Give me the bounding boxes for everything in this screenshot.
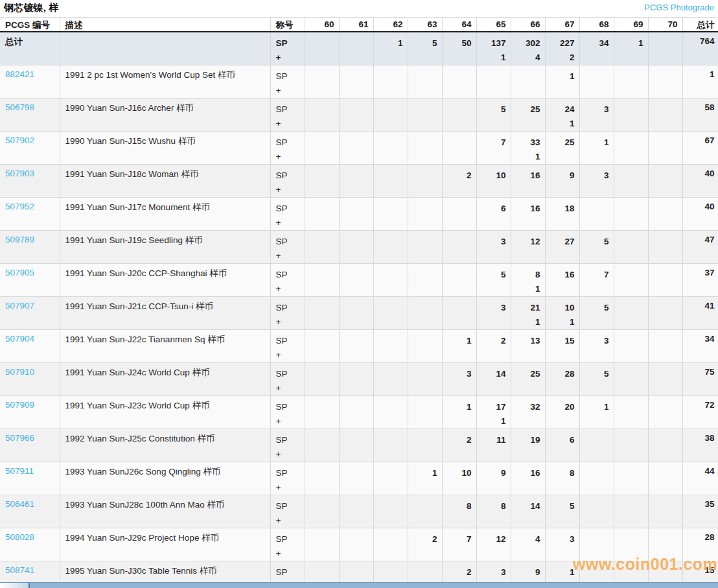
designation-cell: SP+ (270, 132, 305, 165)
grade-66-cell: 81 (511, 264, 545, 297)
grade-68-cell (579, 429, 614, 462)
grade-60-cell (305, 528, 339, 561)
grade-65-cell: 7 (476, 132, 511, 165)
grade-66-cell: 4 (511, 528, 545, 561)
pcgs-number-link[interactable]: 507909 (5, 400, 34, 410)
grade-67-cell: 20 (545, 396, 579, 429)
grade-64-cell: 10 (442, 462, 476, 495)
row-total: 1 (682, 65, 718, 99)
totals-label: 总计 (0, 32, 60, 65)
grade-67-cell: 6 (545, 429, 579, 462)
grade-66-cell: 211 (511, 297, 545, 330)
grade-64-cell: 1 (442, 330, 476, 363)
pcgs-number-link[interactable]: 507903 (5, 169, 34, 178)
grade-69-cell (614, 198, 648, 231)
grade-68-cell: 1 (579, 132, 614, 165)
grade-69-cell (614, 528, 648, 561)
grade-65-cell: 3 (476, 231, 511, 264)
row-total: 34 (682, 330, 718, 363)
grade-69-cell (614, 363, 648, 396)
grade-62-cell (373, 396, 408, 429)
col-header-grade-65: 65 (476, 18, 511, 32)
grade-64-cell (442, 65, 476, 99)
row-total: 44 (682, 462, 718, 495)
grade-61-cell (339, 330, 373, 363)
pcgs-number-link[interactable]: 507907 (5, 301, 34, 311)
row-total: 75 (682, 363, 718, 396)
totals-description-cell (60, 32, 270, 65)
designation-cell: SP+ (270, 462, 305, 495)
totals-grade-70 (648, 32, 682, 65)
grade-70-cell (648, 363, 682, 396)
scrollbar-thumb[interactable] (0, 583, 30, 588)
table-row: 8824211991 2 pc 1st Women's World Cup Se… (0, 65, 718, 99)
grade-60-cell (305, 264, 339, 297)
grade-67-cell: 15 (545, 330, 579, 363)
grade-68-cell (579, 495, 614, 528)
grade-68-cell: 5 (579, 231, 614, 264)
grade-68-cell (579, 198, 614, 231)
grade-66-cell: 16 (511, 462, 545, 495)
pcgs-number-cell: 507907 (0, 297, 60, 330)
grade-67-cell: 101 (545, 297, 579, 330)
row-total: 38 (682, 429, 718, 462)
photograde-link[interactable]: PCGS Photograde (644, 3, 714, 12)
grade-70-cell (648, 330, 682, 363)
designation-cell: SP+ (270, 99, 305, 132)
grade-65-cell: 12 (476, 528, 511, 561)
designation-cell: SP+ (270, 330, 305, 363)
table-row: 5079101991 Yuan Sun-J24c World Cup 样币SP+… (0, 363, 718, 396)
grade-64-cell (442, 231, 476, 264)
grade-66-cell: 25 (511, 363, 545, 396)
grade-67-cell: 5 (545, 495, 579, 528)
pcgs-number-cell: 507966 (0, 429, 60, 462)
grade-63-cell: 1 (408, 462, 442, 495)
row-total: 67 (682, 132, 718, 165)
pcgs-number-link[interactable]: 882421 (5, 69, 34, 79)
grade-70-cell (648, 495, 682, 528)
horizontal-scrollbar[interactable] (0, 582, 718, 588)
grade-65-cell: 3 (476, 297, 511, 330)
grade-63-cell (408, 396, 442, 429)
pcgs-number-cell: 507904 (0, 330, 60, 363)
pcgs-number-link[interactable]: 509789 (5, 235, 34, 244)
pcgs-number-link[interactable]: 508028 (5, 532, 34, 542)
grade-63-cell (408, 363, 442, 396)
grade-62-cell (373, 429, 408, 462)
totals-grade-62: 1 (373, 32, 408, 65)
grade-63-cell (408, 99, 442, 132)
grade-62-cell (373, 264, 408, 297)
grade-60-cell (305, 462, 339, 495)
grade-63-cell (408, 264, 442, 297)
grade-63-cell (408, 165, 442, 198)
designation-cell: SP+ (270, 528, 305, 561)
grade-63-cell (408, 429, 442, 462)
grade-61-cell (339, 396, 373, 429)
col-header-grade-66: 66 (511, 18, 545, 32)
grade-61-cell (339, 198, 373, 231)
grade-67-cell: 27 (545, 231, 579, 264)
pcgs-number-link[interactable]: 506461 (5, 499, 34, 509)
grade-69-cell (614, 231, 648, 264)
grade-69-cell (614, 429, 648, 462)
grade-70-cell (648, 297, 682, 330)
grade-70-cell (648, 528, 682, 561)
table-row: 5079071991 Yuan Sun-J21c CCP-Tsun-i 样币SP… (0, 297, 718, 330)
pcgs-number-link[interactable]: 507952 (5, 202, 34, 211)
pcgs-number-link[interactable]: 507905 (5, 268, 34, 277)
table-row: 5079051991 Yuan Sun-J20c CCP-Shanghai 样币… (0, 264, 718, 297)
grade-69-cell (614, 462, 648, 495)
grade-69-cell (614, 132, 648, 165)
pcgs-number-link[interactable]: 507911 (5, 466, 34, 476)
pcgs-number-link[interactable]: 507904 (5, 334, 34, 344)
pcgs-number-link[interactable]: 508741 (5, 565, 34, 575)
grade-67-cell: 8 (545, 462, 579, 495)
col-header-grade-70: 70 (648, 18, 682, 32)
pcgs-number-link[interactable]: 506798 (5, 102, 34, 112)
pcgs-number-link[interactable]: 507966 (5, 433, 34, 443)
grade-70-cell (648, 429, 682, 462)
grade-68-cell: 1 (579, 396, 614, 429)
pcgs-number-link[interactable]: 507902 (5, 135, 34, 145)
pcgs-number-link[interactable]: 507910 (5, 367, 34, 377)
grade-70-cell (648, 132, 682, 165)
